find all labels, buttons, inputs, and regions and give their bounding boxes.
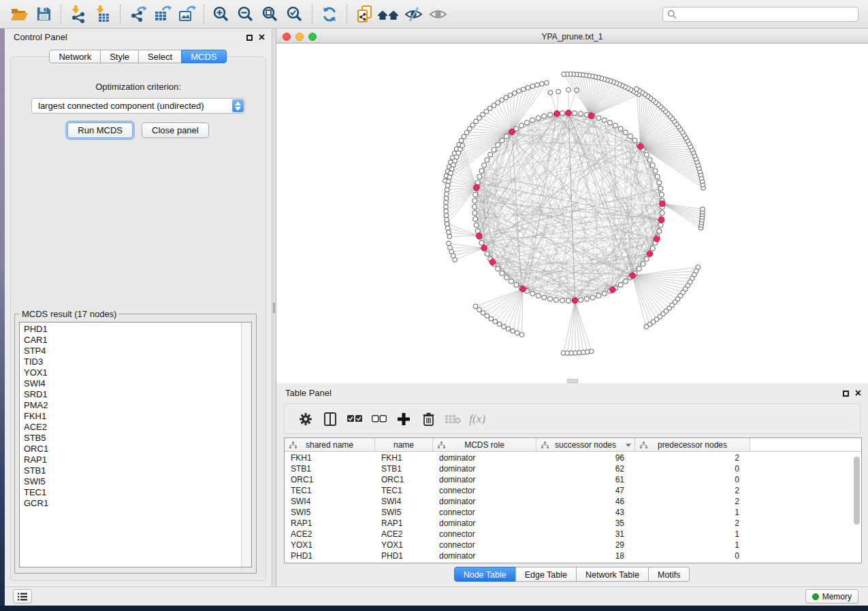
graph-node[interactable] (473, 304, 478, 309)
mcds-result-item[interactable]: STB5 (20, 433, 240, 444)
graph-node[interactable] (578, 297, 583, 302)
save-session-button[interactable] (31, 3, 56, 25)
graph-node[interactable] (566, 110, 572, 116)
graph-node[interactable] (447, 234, 452, 239)
mcds-result-item[interactable]: SWI5 (20, 476, 240, 487)
graph-node[interactable] (520, 286, 526, 292)
graph-node[interactable] (472, 210, 477, 215)
graph-node[interactable] (632, 138, 637, 143)
graph-node[interactable] (701, 207, 705, 212)
graph-node[interactable] (519, 333, 524, 337)
refresh-view-button[interactable] (317, 3, 342, 25)
graph-node[interactable] (444, 213, 449, 218)
graph-node[interactable] (618, 127, 623, 131)
graph-node[interactable] (653, 169, 658, 174)
mcds-result-item[interactable]: GCR1 (20, 498, 240, 509)
graph-node[interactable] (477, 308, 482, 312)
graph-node[interactable] (504, 95, 509, 100)
table-row[interactable]: FKH1FKH1dominator962 (285, 452, 861, 463)
graph-node[interactable] (473, 192, 478, 197)
graph-node[interactable] (474, 184, 480, 191)
tab-network[interactable]: Network (49, 50, 101, 63)
graph-node[interactable] (578, 112, 583, 116)
table-row[interactable]: RAP1RAP1dominator352 (285, 518, 861, 529)
graph-node[interactable] (540, 82, 545, 86)
graph-node[interactable] (485, 251, 489, 256)
graph-node[interactable] (654, 236, 660, 242)
graph-node[interactable] (630, 273, 636, 279)
graph-node[interactable] (445, 188, 449, 193)
mcds-result-item[interactable]: TID3 (20, 357, 240, 367)
graph-node[interactable] (530, 291, 535, 296)
export-table-button[interactable] (150, 3, 174, 25)
graph-node[interactable] (536, 293, 541, 298)
graph-node[interactable] (607, 120, 612, 125)
tab-network-table[interactable]: Network Table (576, 567, 649, 582)
graph-node[interactable] (644, 257, 649, 261)
graph-node[interactable] (609, 287, 615, 293)
graph-node[interactable] (560, 298, 564, 303)
graph-node[interactable] (628, 134, 632, 139)
delete-column-button[interactable] (416, 408, 440, 431)
graph-node[interactable] (493, 319, 498, 324)
graph-node[interactable] (658, 186, 663, 191)
search-field[interactable] (662, 7, 858, 22)
graph-node[interactable] (596, 116, 601, 120)
graph-node[interactable] (445, 217, 449, 222)
graph-node[interactable] (515, 331, 519, 335)
graph-node[interactable] (553, 297, 558, 302)
graph-node[interactable] (496, 266, 500, 271)
graph-node[interactable] (511, 329, 515, 333)
graph-node[interactable] (444, 196, 449, 201)
graph-node[interactable] (485, 314, 489, 318)
graph-node[interactable] (485, 157, 489, 162)
mcds-list-scrollbar[interactable] (241, 323, 251, 567)
graph-node[interactable] (566, 298, 570, 303)
add-column-button[interactable] (391, 408, 416, 431)
graph-node[interactable] (589, 349, 594, 354)
graph-node[interactable] (500, 271, 504, 276)
graph-node[interactable] (453, 257, 457, 262)
neighbor-homes-button[interactable] (376, 3, 401, 25)
graph-node[interactable] (660, 201, 666, 207)
mcds-result-item[interactable]: PHD1 (20, 324, 240, 335)
export-network-button[interactable] (125, 3, 150, 25)
graph-node[interactable] (660, 210, 664, 215)
graph-node[interactable] (655, 174, 660, 179)
graph-node[interactable] (623, 130, 628, 135)
graph-node[interactable] (602, 118, 607, 122)
zoom-fit-button[interactable] (258, 3, 283, 25)
graph-node[interactable] (548, 90, 553, 95)
mcds-result-item[interactable]: YOX1 (20, 367, 240, 378)
graph-node[interactable] (647, 157, 652, 162)
graph-node[interactable] (588, 113, 594, 119)
graph-node[interactable] (544, 80, 549, 85)
graph-node[interactable] (508, 93, 513, 98)
graph-node[interactable] (474, 222, 479, 227)
graph-node[interactable] (512, 90, 517, 95)
table-row[interactable]: STB1STB1dominator620 (285, 463, 861, 474)
open-session-button[interactable] (7, 3, 31, 25)
graph-node[interactable] (596, 293, 601, 298)
graph-node[interactable] (496, 142, 500, 147)
mcds-result-item[interactable]: ACE2 (20, 422, 240, 433)
graph-node[interactable] (536, 116, 541, 120)
graph-node[interactable] (521, 87, 526, 92)
graph-node[interactable] (554, 111, 560, 117)
graph-node[interactable] (481, 245, 487, 251)
graph-node[interactable] (444, 209, 449, 214)
graph-node[interactable] (444, 205, 449, 210)
graph-node[interactable] (482, 163, 487, 167)
mcds-result-item[interactable]: SWI4 (20, 378, 240, 389)
import-network-button[interactable] (66, 3, 91, 25)
memory-button[interactable]: Memory (805, 589, 858, 604)
graph-node[interactable] (644, 152, 649, 157)
splitter-grip[interactable] (273, 303, 275, 313)
network-graph[interactable] (276, 44, 868, 383)
graph-node[interactable] (650, 246, 655, 250)
graph-node[interactable] (492, 147, 496, 152)
graph-node[interactable] (444, 200, 449, 205)
graph-node[interactable] (658, 217, 664, 223)
vertical-splitter[interactable] (272, 29, 276, 587)
table-row[interactable]: PHD1PHD1dominator180 (285, 550, 861, 561)
